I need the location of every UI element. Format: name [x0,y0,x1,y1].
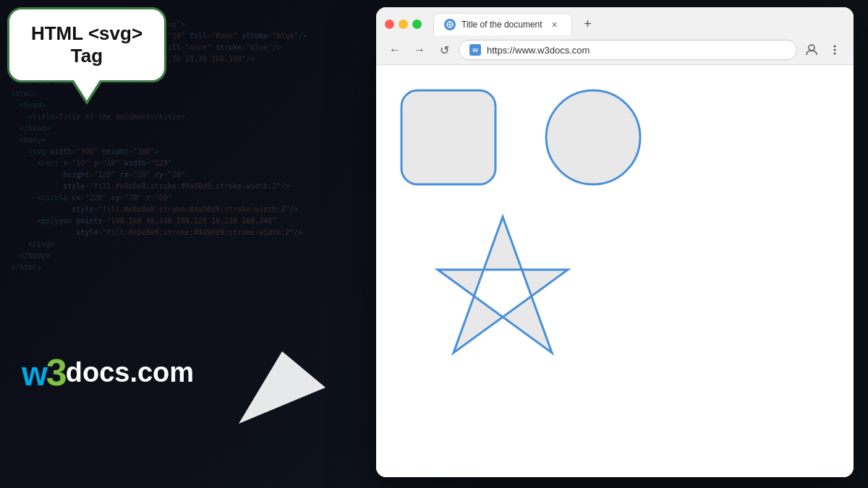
traffic-lights [385,20,422,29]
browser-window: Title of the document × + ← → ↺ W https:… [376,7,854,477]
more-options-button[interactable] [825,40,845,60]
logo-docs: docs.com [66,357,194,388]
tab-favicon [444,19,456,30]
svg-marker-0 [239,351,326,424]
circle-container [542,87,644,188]
browser-nav-bar: ← → ↺ W https://www.w3docs.com [376,35,854,64]
svg-point-5 [834,46,836,48]
speech-bubble-line2: Tag [30,45,144,67]
forward-button[interactable]: → [409,40,430,60]
svg-point-4 [809,45,814,51]
speech-bubble-line1: HTML <svg> [30,22,144,45]
browser-tab-bar: Title of the document × + [376,7,854,35]
svg-marker-10 [438,217,568,353]
browser-chrome: Title of the document × + ← → ↺ W https:… [376,7,854,65]
back-button[interactable]: ← [385,40,405,60]
traffic-light-yellow[interactable] [399,20,408,29]
svg-point-9 [546,90,640,184]
browser-content [376,65,854,477]
address-bar[interactable]: W https://www.w3docs.com [459,40,797,60]
nav-right-controls [801,40,845,60]
star-svg [420,210,586,376]
svg-point-7 [834,53,836,55]
refresh-button[interactable]: ↺ [434,40,454,60]
traffic-light-red[interactable] [385,20,394,29]
rounded-rect-svg [398,87,499,188]
site-favicon: W [469,44,481,56]
speech-bubble: HTML <svg> Tag [7,7,166,82]
star-container [420,210,586,376]
url-text: https://www.w3docs.com [487,45,590,56]
circle-svg [542,87,644,188]
svg-point-6 [834,49,836,51]
new-tab-button[interactable]: + [578,14,598,35]
traffic-light-green[interactable] [412,20,422,29]
tab-title: Title of the document [461,20,542,30]
logo-w3: w3 [22,351,66,394]
rounded-rect-container [398,87,499,188]
browser-tab-active[interactable]: Title of the document × [433,13,572,35]
svg-rect-8 [401,90,495,184]
shapes-top-row [398,87,644,188]
tab-close-button[interactable]: × [548,18,561,31]
arrow-pointer [239,351,326,427]
w3docs-logo: w3 docs.com [22,351,194,394]
account-button[interactable] [801,40,822,60]
